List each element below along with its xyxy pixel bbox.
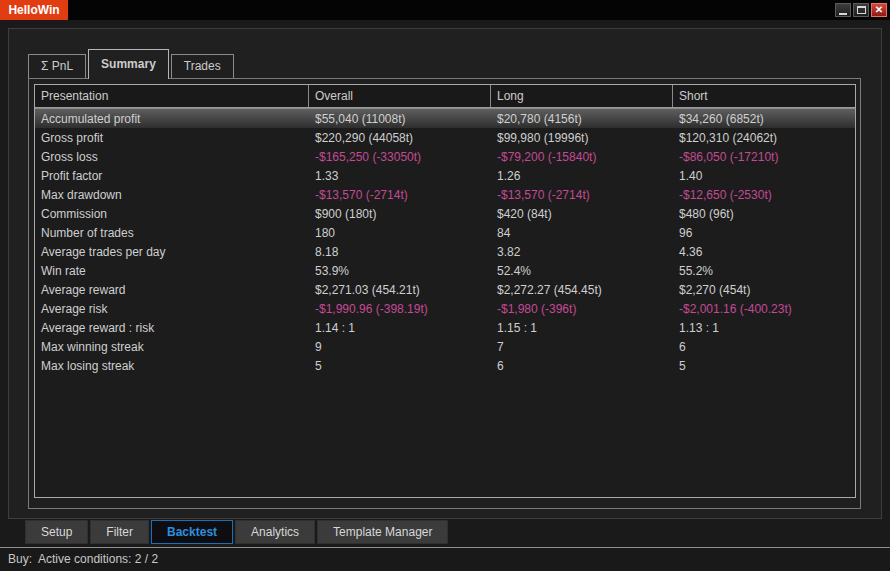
row-value-long: -$13,570 (-2714t) bbox=[491, 188, 673, 202]
close-icon: ✕ bbox=[875, 5, 883, 15]
row-value-short: $480 (96t) bbox=[673, 207, 855, 221]
row-value-long: 52.4% bbox=[491, 264, 673, 278]
tab-summary[interactable]: Summary bbox=[88, 49, 169, 79]
row-value-short: 6 bbox=[673, 340, 855, 354]
statistics-table: Presentation Overall Long Short Accumula… bbox=[34, 84, 856, 498]
row-value-long: $2,272.27 (454.45t) bbox=[491, 283, 673, 297]
row-label: Average risk bbox=[35, 302, 309, 316]
tab-setup[interactable]: Setup bbox=[25, 520, 88, 544]
table-body: Accumulated profit$55,040 (11008t)$20,78… bbox=[35, 108, 855, 375]
table-row[interactable]: Average reward : risk1.14 : 11.15 : 11.1… bbox=[35, 318, 855, 337]
row-value-overall: 180 bbox=[309, 226, 491, 240]
table-row[interactable]: Max winning streak976 bbox=[35, 337, 855, 356]
row-value-overall: $900 (180t) bbox=[309, 207, 491, 221]
table-row[interactable]: Gross profit$220,290 (44058t)$99,980 (19… bbox=[35, 128, 855, 147]
table-row[interactable]: Profit factor1.331.261.40 bbox=[35, 166, 855, 185]
row-value-short: $34,260 (6852t) bbox=[673, 112, 855, 126]
row-value-overall: 1.33 bbox=[309, 169, 491, 183]
row-value-short: 4.36 bbox=[673, 245, 855, 259]
row-label: Number of trades bbox=[35, 226, 309, 240]
table-row[interactable]: Number of trades1808496 bbox=[35, 223, 855, 242]
column-header-presentation: Presentation bbox=[35, 85, 309, 107]
row-value-long: 84 bbox=[491, 226, 673, 240]
minimize-button[interactable] bbox=[835, 3, 851, 17]
row-value-long: $99,980 (19996t) bbox=[491, 131, 673, 145]
row-label: Commission bbox=[35, 207, 309, 221]
row-value-overall: 1.14 : 1 bbox=[309, 321, 491, 335]
status-bar: Buy: Active conditions: 2 / 2 bbox=[0, 548, 890, 571]
row-label: Max losing streak bbox=[35, 359, 309, 373]
window-title: HelloWin bbox=[0, 0, 68, 20]
row-label: Max drawdown bbox=[35, 188, 309, 202]
row-value-long: -$79,200 (-15840t) bbox=[491, 150, 673, 164]
column-header-overall: Overall bbox=[309, 85, 491, 107]
row-label: Average reward : risk bbox=[35, 321, 309, 335]
window-controls: ✕ bbox=[835, 3, 887, 17]
tab-filter[interactable]: Filter bbox=[90, 520, 149, 544]
table-row[interactable]: Win rate53.9%52.4%55.2% bbox=[35, 261, 855, 280]
row-value-long: $420 (84t) bbox=[491, 207, 673, 221]
table-row[interactable]: Accumulated profit$55,040 (11008t)$20,78… bbox=[35, 108, 855, 128]
row-label: Win rate bbox=[35, 264, 309, 278]
row-label: Gross loss bbox=[35, 150, 309, 164]
row-value-short: 5 bbox=[673, 359, 855, 373]
table-row[interactable]: Average risk-$1,990.96 (-398.19t)-$1,980… bbox=[35, 299, 855, 318]
tab-template-manager[interactable]: Template Manager bbox=[317, 520, 448, 544]
maximize-button[interactable] bbox=[853, 3, 869, 17]
row-value-overall: $220,290 (44058t) bbox=[309, 131, 491, 145]
row-label: Max winning streak bbox=[35, 340, 309, 354]
tab-backtest[interactable]: Backtest bbox=[151, 520, 233, 544]
row-value-long: 1.15 : 1 bbox=[491, 321, 673, 335]
row-value-short: 55.2% bbox=[673, 264, 855, 278]
row-value-long: $20,780 (4156t) bbox=[491, 112, 673, 126]
row-label: Accumulated profit bbox=[35, 112, 309, 126]
row-value-short: 1.13 : 1 bbox=[673, 321, 855, 335]
table-row[interactable]: Max drawdown-$13,570 (-2714t)-$13,570 (-… bbox=[35, 185, 855, 204]
table-row[interactable]: Commission$900 (180t)$420 (84t)$480 (96t… bbox=[35, 204, 855, 223]
row-value-short: $120,310 (24062t) bbox=[673, 131, 855, 145]
tab-pnl[interactable]: Σ PnL bbox=[28, 54, 86, 78]
minimize-icon bbox=[839, 13, 847, 15]
row-value-short: 1.40 bbox=[673, 169, 855, 183]
row-value-long: 6 bbox=[491, 359, 673, 373]
table-header-row: Presentation Overall Long Short bbox=[35, 85, 855, 108]
row-label: Average trades per day bbox=[35, 245, 309, 259]
row-label: Gross profit bbox=[35, 131, 309, 145]
row-value-overall: -$1,990.96 (-398.19t) bbox=[309, 302, 491, 316]
row-value-short: -$2,001.16 (-400.23t) bbox=[673, 302, 855, 316]
row-value-long: 7 bbox=[491, 340, 673, 354]
row-value-short: -$12,650 (-2530t) bbox=[673, 188, 855, 202]
row-value-overall: 53.9% bbox=[309, 264, 491, 278]
main-panel: Σ PnL Summary Trades Presentation Overal… bbox=[8, 28, 882, 519]
table-row[interactable]: Max losing streak565 bbox=[35, 356, 855, 375]
row-value-short: 96 bbox=[673, 226, 855, 240]
maximize-icon bbox=[857, 6, 866, 14]
title-bar: HelloWin ✕ bbox=[0, 0, 890, 20]
row-value-long: -$1,980 (-396t) bbox=[491, 302, 673, 316]
row-value-overall: 8.18 bbox=[309, 245, 491, 259]
row-value-overall: 5 bbox=[309, 359, 491, 373]
bottom-tab-strip: Setup Filter Backtest Analytics Template… bbox=[25, 520, 448, 544]
tab-analytics[interactable]: Analytics bbox=[235, 520, 315, 544]
tab-trades[interactable]: Trades bbox=[171, 54, 234, 78]
table-row[interactable]: Average reward$2,271.03 (454.21t)$2,272.… bbox=[35, 280, 855, 299]
summary-tab-page: Presentation Overall Long Short Accumula… bbox=[28, 78, 861, 509]
row-value-overall: $55,040 (11008t) bbox=[309, 112, 491, 126]
row-value-overall: 9 bbox=[309, 340, 491, 354]
row-value-short: -$86,050 (-17210t) bbox=[673, 150, 855, 164]
row-value-long: 1.26 bbox=[491, 169, 673, 183]
column-header-short: Short bbox=[673, 85, 855, 107]
table-row[interactable]: Average trades per day8.183.824.36 bbox=[35, 242, 855, 261]
row-value-short: $2,270 (454t) bbox=[673, 283, 855, 297]
row-label: Average reward bbox=[35, 283, 309, 297]
summary-tab-strip: Σ PnL Summary Trades bbox=[28, 48, 236, 78]
close-button[interactable]: ✕ bbox=[871, 3, 887, 17]
row-value-overall: -$165,250 (-33050t) bbox=[309, 150, 491, 164]
row-value-overall: $2,271.03 (454.21t) bbox=[309, 283, 491, 297]
row-label: Profit factor bbox=[35, 169, 309, 183]
row-value-overall: -$13,570 (-2714t) bbox=[309, 188, 491, 202]
table-row[interactable]: Gross loss-$165,250 (-33050t)-$79,200 (-… bbox=[35, 147, 855, 166]
column-header-long: Long bbox=[491, 85, 673, 107]
row-value-long: 3.82 bbox=[491, 245, 673, 259]
